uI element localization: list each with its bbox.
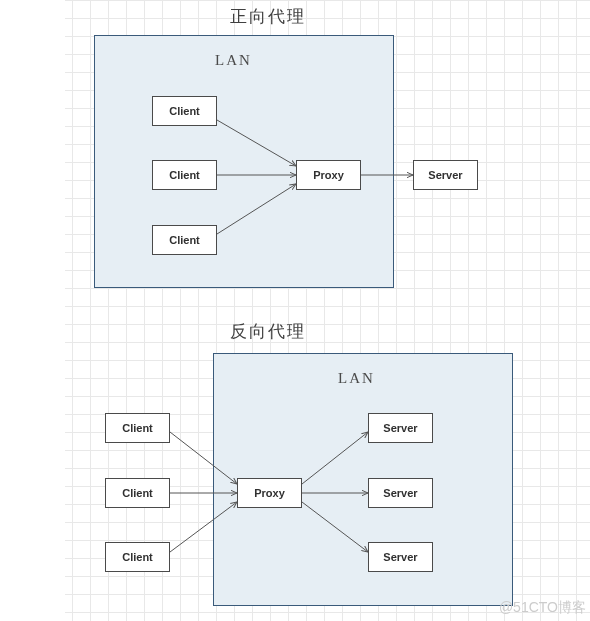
reverse-client-3: Client xyxy=(105,542,170,572)
forward-client-2: Client xyxy=(152,160,217,190)
reverse-server-1: Server xyxy=(368,413,433,443)
forward-client-1: Client xyxy=(152,96,217,126)
reverse-lan-label: LAN xyxy=(338,370,375,387)
reverse-client-2: Client xyxy=(105,478,170,508)
reverse-proxy-title: 反向代理 xyxy=(230,320,306,343)
reverse-client-1: Client xyxy=(105,413,170,443)
left-margin xyxy=(0,0,65,621)
forward-proxy-title: 正向代理 xyxy=(230,5,306,28)
reverse-server-3: Server xyxy=(368,542,433,572)
forward-server-node: Server xyxy=(413,160,478,190)
forward-client-3: Client xyxy=(152,225,217,255)
reverse-server-2: Server xyxy=(368,478,433,508)
forward-lan-label: LAN xyxy=(215,52,252,69)
forward-proxy-node: Proxy xyxy=(296,160,361,190)
reverse-proxy-node: Proxy xyxy=(237,478,302,508)
watermark: @51CTO博客 xyxy=(499,599,586,617)
